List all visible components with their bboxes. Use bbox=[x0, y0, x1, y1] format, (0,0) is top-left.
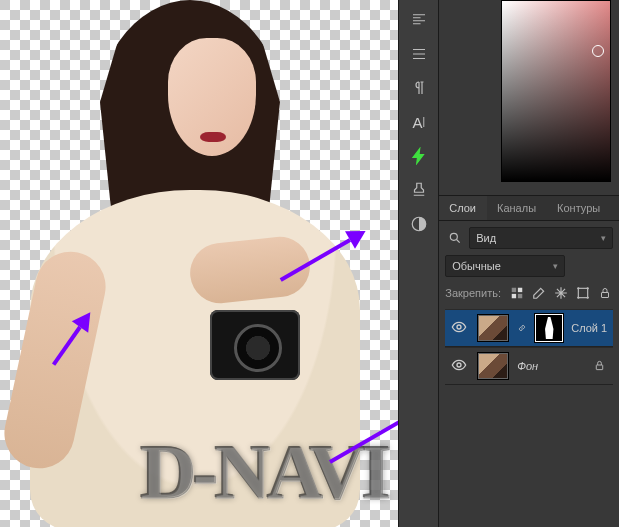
lock-all-icon[interactable] bbox=[597, 285, 613, 301]
color-picker-panel bbox=[439, 0, 619, 196]
visibility-toggle-icon[interactable] bbox=[449, 319, 469, 337]
chevron-down-icon: ▾ bbox=[601, 233, 606, 243]
tab-channels[interactable]: Каналы bbox=[487, 196, 547, 220]
layer-name-label[interactable]: Слой 1 bbox=[571, 322, 607, 334]
svg-rect-7 bbox=[602, 293, 609, 298]
tab-layers[interactable]: Слои bbox=[439, 196, 487, 220]
svg-rect-6 bbox=[578, 288, 587, 297]
line-spacing-icon[interactable] bbox=[403, 38, 435, 70]
blend-mode-select[interactable]: Обычные ▾ bbox=[445, 255, 565, 277]
vertical-toolstrip: A| bbox=[399, 0, 439, 527]
lock-artboard-icon[interactable] bbox=[575, 285, 591, 301]
lock-label: Закрепить: bbox=[445, 287, 501, 299]
layers-panel: Вид ▾ Обычные ▾ Закрепить: bbox=[439, 221, 619, 527]
layer-thumbnail[interactable] bbox=[477, 352, 509, 380]
lock-pixels-icon[interactable] bbox=[531, 285, 547, 301]
layer-mask-thumbnail[interactable] bbox=[535, 314, 563, 342]
svg-rect-5 bbox=[512, 294, 516, 298]
flash-icon[interactable] bbox=[403, 140, 435, 172]
adjustments-icon[interactable] bbox=[403, 208, 435, 240]
canvas-content bbox=[0, 0, 398, 527]
link-icon[interactable] bbox=[517, 323, 527, 333]
visibility-toggle-icon[interactable] bbox=[449, 357, 469, 375]
search-icon bbox=[445, 231, 465, 245]
blend-mode-value: Обычные bbox=[452, 260, 501, 272]
layer-row[interactable]: Фон bbox=[445, 347, 613, 385]
svg-rect-4 bbox=[518, 288, 522, 292]
svg-rect-3 bbox=[518, 294, 522, 298]
document-canvas[interactable]: D-NAVI bbox=[0, 0, 399, 527]
character-icon[interactable]: A| bbox=[403, 106, 435, 138]
svg-point-8 bbox=[457, 325, 461, 329]
svg-point-1 bbox=[451, 233, 458, 240]
lock-icon bbox=[594, 359, 605, 374]
color-field[interactable] bbox=[501, 0, 611, 182]
tab-paths[interactable]: Контуры bbox=[547, 196, 611, 220]
layer-kind-filter[interactable]: Вид ▾ bbox=[469, 227, 613, 249]
stamp-icon[interactable] bbox=[403, 174, 435, 206]
paragraph-align-icon[interactable] bbox=[403, 4, 435, 36]
pilcrow-icon[interactable] bbox=[403, 72, 435, 104]
chevron-down-icon: ▾ bbox=[553, 261, 558, 271]
layer-name-label[interactable]: Фон bbox=[517, 360, 538, 372]
lock-position-icon[interactable] bbox=[553, 285, 569, 301]
layer-thumbnail[interactable] bbox=[477, 314, 509, 342]
layers-list: Слой 1 Фон bbox=[445, 309, 613, 385]
layer-kind-filter-label: Вид bbox=[476, 232, 496, 244]
svg-rect-2 bbox=[512, 288, 516, 292]
svg-point-9 bbox=[457, 363, 461, 367]
panel-tabs: Слои Каналы Контуры bbox=[439, 196, 619, 221]
layer-row[interactable]: Слой 1 bbox=[445, 309, 613, 347]
svg-rect-10 bbox=[596, 365, 602, 370]
lock-transparent-icon[interactable] bbox=[509, 285, 525, 301]
